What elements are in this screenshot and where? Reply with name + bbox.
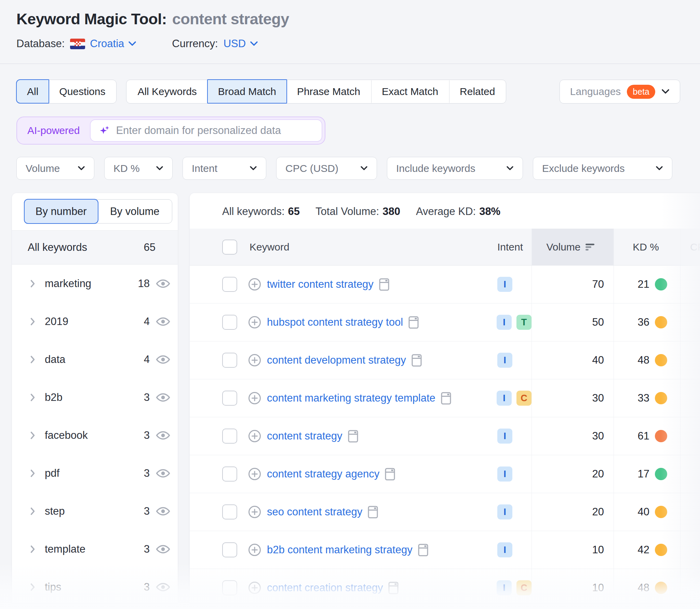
filter-include-keywords[interactable]: Include keywords	[387, 157, 523, 180]
eye-icon[interactable]	[156, 506, 170, 516]
add-keyword-icon[interactable]	[248, 467, 261, 481]
table-row: seo content strategyI2040	[190, 493, 700, 531]
add-keyword-icon[interactable]	[248, 543, 261, 557]
ai-row: AI-powered	[16, 117, 684, 145]
add-keyword-icon[interactable]	[248, 581, 261, 595]
eye-icon[interactable]	[156, 279, 170, 289]
eye-icon[interactable]	[156, 354, 170, 365]
keyword-link[interactable]: twitter content strategy	[267, 278, 374, 290]
languages-label: Languages	[570, 86, 621, 97]
keyword-wrap: content marketing strategy template	[248, 391, 451, 405]
column-header-kd[interactable]: KD %	[614, 229, 680, 265]
tab-all[interactable]: All	[16, 79, 49, 104]
keyword-link[interactable]: content strategy	[267, 430, 342, 442]
domain-input[interactable]	[116, 124, 313, 137]
column-header-intent[interactable]: Intent	[475, 229, 531, 265]
eye-icon[interactable]	[156, 430, 170, 441]
sidebar-group-2019[interactable]: 20194	[12, 302, 178, 340]
row-checkbox[interactable]	[222, 504, 237, 519]
tab-exact-match[interactable]: Exact Match	[371, 80, 449, 103]
serp-preview-icon[interactable]	[408, 316, 419, 329]
sidebar-group-template[interactable]: template3	[12, 530, 178, 568]
row-checkbox[interactable]	[222, 580, 237, 595]
keyword-link[interactable]: content strategy agency	[267, 468, 379, 480]
row-volume-cell: 20	[531, 493, 614, 531]
eye-icon[interactable]	[156, 316, 170, 327]
sidebar-group-step[interactable]: step3	[12, 492, 178, 530]
sidebar-group-marketing[interactable]: marketing18	[12, 265, 178, 302]
filter-label-include-keywords: Include keywords	[396, 163, 475, 174]
row-checkbox[interactable]	[222, 429, 237, 444]
intent-badge-i: I	[497, 315, 512, 330]
add-keyword-icon[interactable]	[248, 391, 261, 405]
row-volume-cell: 30	[531, 379, 614, 417]
serp-preview-icon[interactable]	[388, 582, 399, 594]
keyword-wrap: content creation strategy	[248, 581, 399, 595]
serp-preview-icon[interactable]	[348, 430, 358, 443]
column-header-cpc[interactable]: CPC (USD)	[680, 229, 700, 265]
add-keyword-icon[interactable]	[248, 429, 261, 443]
keyword-link[interactable]: content development strategy	[267, 354, 406, 366]
sidebar-all-keywords-row[interactable]: All keywords 65	[12, 230, 178, 265]
row-checkbox[interactable]	[222, 542, 237, 557]
keyword-link[interactable]: content creation strategy	[267, 582, 383, 594]
serp-preview-icon[interactable]	[379, 278, 389, 291]
add-keyword-icon[interactable]	[248, 278, 261, 291]
currency-value-link[interactable]: USD	[224, 38, 246, 50]
filter-exclude-keywords[interactable]: Exclude keywords	[533, 157, 672, 180]
table-header-row: Keyword Intent Volume KD % CPC (USD)	[190, 229, 700, 266]
serp-preview-icon[interactable]	[418, 544, 428, 556]
row-checkbox[interactable]	[222, 315, 237, 330]
row-checkbox[interactable]	[222, 391, 237, 406]
row-checkbox[interactable]	[222, 277, 237, 292]
tab-phrase-match[interactable]: Phrase Match	[286, 80, 371, 103]
domain-input-box[interactable]	[90, 119, 322, 142]
toggle-by-number[interactable]: By number	[24, 199, 98, 224]
serp-preview-icon[interactable]	[385, 468, 395, 481]
summary-all-keywords: All keywords:65	[222, 205, 300, 218]
sidebar-group-pdf[interactable]: pdf3	[12, 454, 178, 492]
sidebar-group-tips[interactable]: tips3	[12, 568, 178, 606]
sidebar-group-b2b[interactable]: b2b3	[12, 378, 178, 416]
database-value-link[interactable]: Croatia	[90, 38, 124, 50]
keyword-link[interactable]: b2b content marketing strategy	[267, 544, 413, 556]
row-checkbox[interactable]	[222, 353, 237, 368]
tab-broad-match[interactable]: Broad Match	[207, 79, 287, 104]
eye-icon[interactable]	[156, 392, 170, 403]
sidebar-group-label: pdf	[45, 467, 59, 479]
serp-preview-icon[interactable]	[412, 354, 422, 367]
serp-preview-icon[interactable]	[441, 392, 451, 405]
keyword-link[interactable]: hubspot content strategy tool	[267, 316, 403, 328]
serp-preview-icon[interactable]	[368, 506, 378, 518]
sidebar-group-data[interactable]: data4	[12, 340, 178, 378]
tab-related[interactable]: Related	[449, 80, 506, 103]
add-keyword-icon[interactable]	[248, 353, 261, 367]
currency-chevron-down-icon[interactable]	[250, 41, 258, 46]
toggle-by-volume[interactable]: By volume	[98, 200, 172, 223]
filter-cpc-usd[interactable]: CPC (USD)	[276, 157, 377, 180]
sidebar-group-facebook[interactable]: facebook3	[12, 416, 178, 454]
languages-dropdown-button[interactable]: Languages beta	[560, 80, 680, 104]
summary-label: Total Volume:	[315, 205, 379, 217]
column-header-volume[interactable]: Volume	[531, 229, 614, 265]
filter-chevron-down-icon	[656, 166, 663, 171]
tab-questions[interactable]: Questions	[49, 80, 116, 103]
add-keyword-icon[interactable]	[248, 505, 261, 519]
tab-all-keywords[interactable]: All Keywords	[126, 80, 207, 103]
keyword-link[interactable]: content marketing strategy template	[267, 392, 435, 404]
filter-chevron-down-icon	[78, 166, 85, 171]
row-intent-cell: IC	[474, 569, 531, 603]
row-volume-cell: 10	[531, 531, 614, 569]
filter-intent[interactable]: Intent	[183, 157, 266, 180]
filter-kd[interactable]: KD %	[104, 157, 173, 180]
add-keyword-icon[interactable]	[248, 315, 261, 329]
filter-volume[interactable]: Volume	[16, 157, 94, 180]
select-all-checkbox[interactable]	[222, 240, 237, 255]
currency-group: Currency: USD	[172, 38, 258, 50]
keyword-link[interactable]: seo content strategy	[267, 506, 362, 518]
eye-icon[interactable]	[156, 468, 170, 478]
eye-icon[interactable]	[156, 544, 170, 554]
eye-icon[interactable]	[156, 582, 170, 592]
database-chevron-down-icon[interactable]	[128, 41, 136, 46]
row-checkbox[interactable]	[222, 466, 237, 482]
